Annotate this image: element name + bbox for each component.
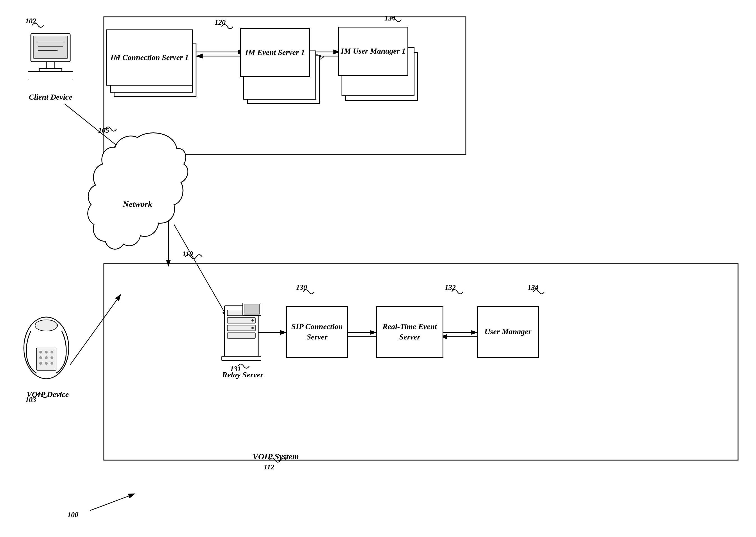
ref-130: 130 [296,283,307,292]
sip-conn-server-text: SIP Connection Server [287,321,347,342]
svg-point-33 [51,351,53,353]
svg-rect-24 [28,71,73,80]
svg-point-34 [39,356,42,359]
svg-rect-43 [227,325,255,331]
ref-112: 112 [264,463,274,471]
svg-point-31 [39,351,42,353]
ref-124: 124 [385,14,396,22]
sip-conn-server-box: SIP Connection Server [286,306,348,358]
svg-point-37 [39,362,42,365]
svg-point-35 [45,356,48,359]
diagram-container: IM System VOIP System 102 103 105 110 11… [0,0,756,537]
svg-rect-50 [244,304,260,314]
rt-event-server-text: Real-Time Event Server [377,321,442,342]
svg-line-9 [70,295,121,365]
svg-point-39 [51,362,53,365]
svg-rect-22 [46,62,55,69]
user-manager-box: User Manager [477,306,539,358]
network-label: Network [104,199,171,209]
voip-device-icon [17,309,76,387]
im-event-server-1-text: IM Event Server 1 [245,47,305,58]
im-user-manager-1-text: IM User Manager 1 [341,46,405,56]
voip-device-label: VOIP Device [17,390,79,399]
svg-point-38 [45,362,48,365]
im-user-manager-1-box: IM User Manager 1 [338,27,408,76]
ref-132: 132 [445,283,456,292]
svg-rect-4 [104,264,738,460]
svg-point-47 [251,327,254,329]
svg-rect-42 [227,317,255,323]
im-conn-server-1-text: IM Connection Server 1 [110,53,189,62]
relay-server-icon [219,303,264,368]
svg-point-36 [51,356,53,359]
svg-rect-44 [227,333,255,338]
relay-server-label: Relay Server [210,370,275,379]
svg-point-32 [45,351,48,353]
client-device-icon [22,28,79,90]
svg-point-29 [35,320,58,331]
ref-100: 100 [67,511,78,519]
svg-rect-23 [39,68,62,71]
im-conn-server-1-box: IM Connection Server 1 [106,29,193,86]
svg-point-46 [251,319,254,321]
ref-134: 134 [527,283,538,292]
ref-120: 120 [215,18,226,27]
svg-line-19 [90,494,135,511]
rt-event-server-box: Real-Time Event Server [376,306,443,358]
im-event-server-1-box: IM Event Server 1 [240,28,310,77]
ref-102: 102 [25,17,36,25]
client-device-label: Client Device [22,93,79,102]
svg-rect-21 [34,36,67,58]
svg-rect-48 [222,356,261,360]
user-manager-text: User Manager [484,327,531,337]
voip-system-label: VOIP System [253,452,299,461]
